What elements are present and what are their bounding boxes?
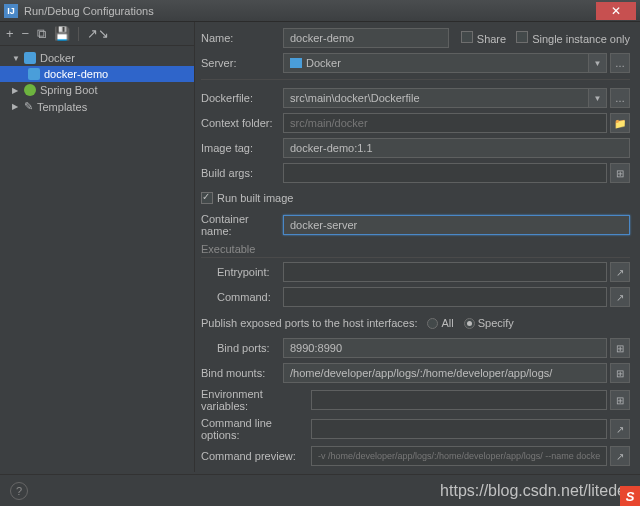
chevron-right-icon: ▶ (12, 86, 20, 95)
image-tag-input[interactable] (283, 138, 630, 158)
command-input[interactable] (283, 287, 607, 307)
ports-all-radio[interactable]: All (427, 317, 453, 329)
more-button[interactable]: … (610, 53, 630, 73)
expand-button[interactable]: ↗ (610, 262, 630, 282)
tree-templates[interactable]: ▶ ✎ Templates (0, 98, 194, 115)
app-icon: IJ (4, 4, 18, 18)
dropdown-icon[interactable]: ▼ (589, 53, 607, 73)
entrypoint-input[interactable] (283, 262, 607, 282)
tree-spring[interactable]: ▶ Spring Boot (0, 82, 194, 98)
remove-icon[interactable]: − (22, 26, 30, 41)
build-args-label: Build args: (201, 167, 283, 179)
bind-ports-input[interactable] (283, 338, 607, 358)
tree-label: docker-demo (44, 68, 108, 80)
preview-label: Command preview: (201, 450, 311, 462)
env-vars-input[interactable] (311, 390, 607, 410)
ports-specify-radio[interactable]: Specify (464, 317, 514, 329)
close-button[interactable]: ✕ (596, 2, 636, 20)
cli-options-input[interactable] (311, 419, 607, 439)
expand-button[interactable]: ⊞ (610, 390, 630, 410)
image-tag-label: Image tag: (201, 142, 283, 154)
entrypoint-label: Entrypoint: (201, 266, 283, 278)
bind-mounts-label: Bind mounts: (201, 367, 283, 379)
browse-button[interactable]: 📁 (610, 113, 630, 133)
chevron-down-icon: ▼ (12, 54, 20, 63)
container-name-input[interactable] (283, 215, 630, 235)
wrench-icon: ✎ (24, 100, 33, 113)
tree-docker[interactable]: ▼ Docker (0, 50, 194, 66)
context-label: Context folder: (201, 117, 283, 129)
dockerfile-input[interactable] (283, 88, 589, 108)
share-checkbox[interactable]: Share (461, 31, 506, 45)
docker-icon (28, 68, 40, 80)
expand-button[interactable]: ⊞ (610, 163, 630, 183)
bind-mounts-input[interactable] (283, 363, 607, 383)
tree-label: Spring Boot (40, 84, 97, 96)
server-label: Server: (201, 57, 283, 69)
sidebar-toolbar: + − ⧉ 💾 ↗↘ (0, 22, 194, 46)
bottom-bar: ? (0, 474, 640, 506)
context-input[interactable] (283, 113, 607, 133)
docker-icon (290, 58, 302, 68)
tree-label: Templates (37, 101, 87, 113)
expand-button[interactable]: ⊞ (610, 338, 630, 358)
copy-icon[interactable]: ⧉ (37, 26, 46, 42)
command-label: Command: (201, 291, 283, 303)
container-name-label: Container name: (201, 213, 283, 237)
browse-button[interactable]: … (610, 88, 630, 108)
publish-ports-label: Publish exposed ports to the host interf… (201, 317, 417, 329)
watermark-badge: S (620, 486, 640, 506)
dockerfile-label: Dockerfile: (201, 92, 283, 104)
executable-header: Executable (201, 243, 630, 258)
help-button[interactable]: ? (10, 482, 28, 500)
preview-field (311, 446, 607, 466)
separator (78, 27, 79, 41)
build-args-input[interactable] (283, 163, 607, 183)
config-tree: ▼ Docker docker-demo ▶ Spring Boot ▶ ✎ T… (0, 46, 194, 472)
expand-button[interactable]: ↗ (610, 419, 630, 439)
single-instance-checkbox[interactable]: Single instance only (516, 31, 630, 45)
tree-label: Docker (40, 52, 75, 64)
run-built-checkbox[interactable]: Run built image (201, 192, 293, 204)
dropdown-icon[interactable]: ▼ (589, 88, 607, 108)
server-select[interactable]: Docker (283, 53, 589, 73)
wrench-icon[interactable]: ↗↘ (87, 26, 109, 41)
bind-ports-label: Bind ports: (201, 342, 283, 354)
cli-options-label: Command line options: (201, 417, 311, 441)
sidebar: + − ⧉ 💾 ↗↘ ▼ Docker docker-demo ▶ Spring… (0, 22, 195, 472)
window-title: Run/Debug Configurations (24, 5, 596, 17)
spring-icon (24, 84, 36, 96)
docker-icon (24, 52, 36, 64)
env-vars-label: Environment variables: (201, 388, 311, 412)
name-input[interactable] (283, 28, 449, 48)
expand-button[interactable]: ↗ (610, 287, 630, 307)
content-panel: Name: Share Single instance only Server:… (195, 22, 640, 472)
add-icon[interactable]: + (6, 26, 14, 41)
name-label: Name: (201, 32, 283, 44)
expand-button[interactable]: ⊞ (610, 363, 630, 383)
chevron-right-icon: ▶ (12, 102, 20, 111)
expand-button[interactable]: ↗ (610, 446, 630, 466)
save-icon[interactable]: 💾 (54, 26, 70, 41)
tree-docker-demo[interactable]: docker-demo (0, 66, 194, 82)
